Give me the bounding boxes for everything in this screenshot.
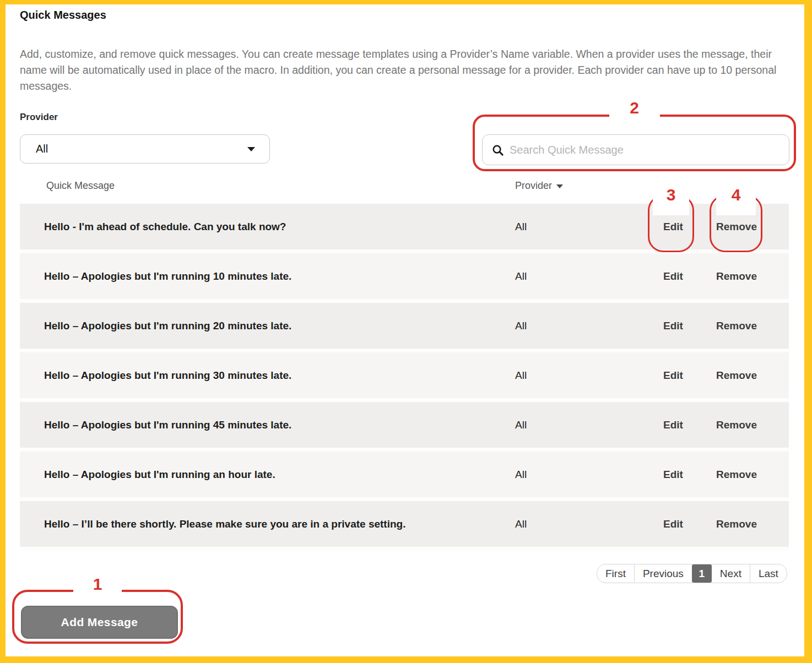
chevron-down-icon	[247, 147, 255, 151]
pagination-previous[interactable]: Previous	[634, 564, 692, 583]
table-row: Hello – Apologies but I'm running 30 min…	[20, 352, 789, 402]
table-row: Hello – I’ll be there shortly. Please ma…	[20, 501, 789, 551]
page-description: Add, customize, and remove quick message…	[20, 46, 788, 94]
search-icon	[491, 144, 504, 156]
page-title: Quick Messages	[20, 9, 106, 21]
edit-link[interactable]: Edit	[646, 320, 701, 332]
table-row: Hello – Apologies but I'm running 10 min…	[20, 253, 789, 303]
pagination-next[interactable]: Next	[712, 564, 750, 583]
remove-link[interactable]: Remove	[701, 419, 772, 431]
column-header-provider-label: Provider	[515, 180, 552, 192]
table-row: Hello – Apologies but I'm running an hou…	[20, 452, 789, 501]
row-provider: All	[491, 320, 646, 332]
annotation-2-number: 2	[609, 95, 660, 126]
quick-message-text: Hello - I'm ahead of schedule. Can you t…	[20, 221, 491, 233]
provider-filter-value: All	[36, 143, 48, 155]
quick-message-text: Hello – Apologies but I'm running 30 min…	[20, 369, 491, 382]
edit-link[interactable]: Edit	[646, 270, 701, 282]
quick-message-text: Hello – Apologies but I'm running 45 min…	[20, 419, 491, 431]
quick-message-search	[482, 134, 789, 165]
edit-link[interactable]: Edit	[646, 518, 701, 530]
remove-link[interactable]: Remove	[701, 469, 772, 481]
quick-messages-table: Hello - I'm ahead of schedule. Can you t…	[20, 204, 789, 551]
edit-link[interactable]: Edit	[646, 221, 701, 233]
quick-message-text: Hello – Apologies but I'm running 20 min…	[20, 320, 491, 332]
search-input[interactable]	[510, 144, 781, 156]
pagination: First Previous 1 Next Last	[597, 564, 787, 583]
quick-message-text: Hello – I’ll be there shortly. Please ma…	[20, 518, 491, 530]
quick-message-text: Hello – Apologies but I'm running an hou…	[20, 469, 491, 481]
pagination-first[interactable]: First	[597, 564, 634, 583]
table-row: Hello – Apologies but I'm running 45 min…	[20, 402, 789, 452]
edit-link[interactable]: Edit	[646, 469, 701, 481]
quick-message-text: Hello – Apologies but I'm running 10 min…	[20, 270, 491, 282]
column-header-quick-message: Quick Message	[46, 180, 115, 192]
row-provider: All	[491, 518, 646, 530]
annotation-1-number: 1	[73, 571, 122, 602]
remove-link[interactable]: Remove	[701, 270, 772, 282]
row-provider: All	[491, 419, 646, 431]
remove-link[interactable]: Remove	[701, 369, 772, 382]
column-header-provider[interactable]: Provider	[515, 180, 563, 192]
edit-link[interactable]: Edit	[646, 369, 701, 382]
pagination-last[interactable]: Last	[750, 564, 787, 583]
provider-filter-label: Provider	[20, 112, 58, 123]
row-provider: All	[491, 221, 646, 233]
pagination-current-page[interactable]: 1	[692, 564, 712, 583]
provider-filter-dropdown[interactable]: All	[20, 134, 270, 164]
table-row: Hello – Apologies but I'm running 20 min…	[20, 303, 789, 352]
row-provider: All	[491, 469, 646, 481]
sort-caret-icon	[556, 184, 563, 188]
remove-link[interactable]: Remove	[701, 320, 772, 332]
add-message-button[interactable]: Add Message	[21, 606, 178, 639]
row-provider: All	[491, 270, 646, 282]
remove-link[interactable]: Remove	[701, 518, 772, 530]
remove-link[interactable]: Remove	[701, 221, 772, 233]
table-row: Hello - I'm ahead of schedule. Can you t…	[20, 204, 789, 253]
edit-link[interactable]: Edit	[646, 419, 701, 431]
row-provider: All	[491, 369, 646, 382]
